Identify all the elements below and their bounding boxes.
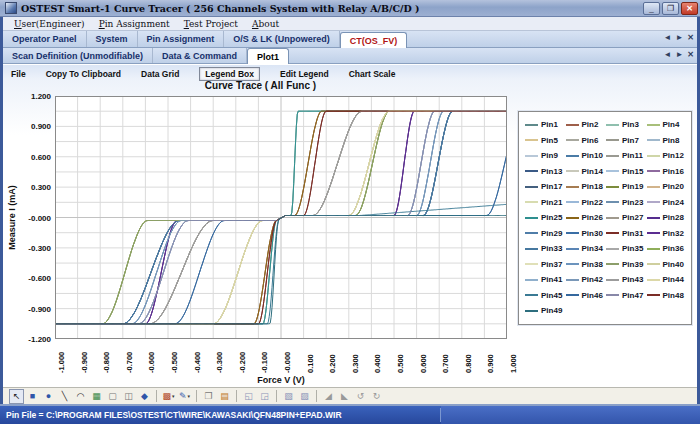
arc-tool-icon[interactable]: ◠: [73, 389, 88, 404]
polygon-tool-icon[interactable]: ◆: [137, 389, 152, 404]
tab-plot1[interactable]: Plot1: [247, 48, 289, 64]
x-tick-label: -0.200: [238, 343, 247, 373]
legend-swatch: [525, 248, 538, 250]
legend-box: Pin1Pin2Pin3Pin4Pin5Pin6Pin7Pin8Pin9Pin1…: [518, 111, 692, 325]
ungroup-button-icon[interactable]: ▨: [297, 389, 312, 404]
line-tool-icon[interactable]: ╲: [57, 389, 72, 404]
x-tick-label: -0.300: [215, 343, 224, 373]
tab-ct-os-fv[interactable]: CT(OS_FV): [340, 32, 408, 48]
tab-scan-definition-unmodifiable[interactable]: Scan Definition (Unmodifiable): [3, 48, 153, 63]
title-bar: OSTEST Smart-1 Curve Tracer ( 256 Channe…: [0, 0, 700, 17]
legend-label: Pin21: [541, 198, 562, 207]
legend-swatch: [566, 279, 579, 281]
scroll-right-icon[interactable]: ►: [675, 33, 683, 42]
legend-swatch: [525, 310, 538, 312]
window-controls: _❐✕: [643, 2, 698, 15]
toolbar-separator: [196, 390, 197, 402]
x-tick-label: -0.800: [102, 343, 111, 373]
select-tool-icon[interactable]: ↖: [9, 389, 24, 404]
legend-label: Pin40: [663, 260, 684, 269]
minimize-button[interactable]: _: [643, 2, 660, 15]
close-tab-icon[interactable]: ✕: [687, 33, 694, 42]
chart-scale-button[interactable]: Chart Scale: [349, 69, 396, 79]
rotate-left-button-icon[interactable]: ↺: [353, 389, 368, 404]
menu-item-about[interactable]: About: [245, 19, 286, 29]
edit-legend-button[interactable]: Edit Legend: [280, 69, 329, 79]
view-tabs: Scan Definition (Unmodifiable)Data & Com…: [3, 48, 697, 64]
legend-label: Pin6: [582, 136, 599, 145]
legend-item: Pin21: [525, 198, 566, 207]
legend-item: Pin14: [566, 167, 607, 176]
legend-label: Pin18: [582, 182, 603, 191]
legend-item: Pin42: [566, 275, 607, 284]
flip-vertical-button-icon[interactable]: ◣: [337, 389, 352, 404]
x-tick-label: 0.600: [419, 343, 428, 373]
rotate-right-button-icon[interactable]: ↻: [369, 389, 384, 404]
bring-to-front-button-icon[interactable]: ◱: [241, 389, 256, 404]
legend-label: Pin3: [622, 120, 639, 129]
menu-item-pin-assignment[interactable]: Pin Assignment: [92, 19, 177, 29]
tab-system[interactable]: System: [87, 31, 138, 47]
frame-tool-icon[interactable]: ▢: [105, 389, 120, 404]
legend-swatch: [525, 232, 538, 234]
y-tick-label: -0.000: [15, 214, 51, 223]
restore-button[interactable]: ❐: [662, 2, 679, 15]
legend-swatch: [525, 217, 538, 219]
copy-to-clipboard-button[interactable]: Copy To Clipboard: [46, 69, 121, 79]
paste-button-icon[interactable]: ▤: [217, 389, 232, 404]
tab-pin-assignment[interactable]: Pin Assignment: [138, 31, 225, 47]
legend-label: Pin43: [622, 275, 643, 284]
legend-label: Pin8: [663, 136, 680, 145]
legend-item: Pin37: [525, 260, 566, 269]
legend-box-button[interactable]: Legend Box: [199, 67, 260, 81]
menu-item-user-engineer[interactable]: User(Engineer): [7, 19, 92, 29]
x-tick-label: -0.700: [125, 343, 134, 373]
x-tick-label: 0.200: [328, 343, 337, 373]
legend-swatch: [566, 124, 579, 126]
legend-swatch: [606, 124, 619, 126]
scroll-left-icon[interactable]: ◄: [663, 50, 671, 59]
legend-swatch: [525, 279, 538, 281]
scroll-right-icon[interactable]: ►: [675, 50, 683, 59]
legend-swatch: [647, 155, 660, 157]
legend-label: Pin22: [582, 198, 603, 207]
module-tabs-nav: ◄►✕: [663, 33, 694, 42]
legend-item: Pin44: [647, 275, 688, 284]
legend-swatch: [566, 248, 579, 250]
toolbar-separator: [156, 390, 157, 402]
tab-o-s-lk-unpowered[interactable]: O/S & LK (Unpowered): [224, 31, 340, 47]
legend-item: Pin31: [606, 229, 647, 238]
ellipse-tool-icon[interactable]: ●: [41, 389, 56, 404]
legend-swatch: [606, 232, 619, 234]
copy-button-icon[interactable]: ❐: [201, 389, 216, 404]
flip-horizontal-button-icon[interactable]: ◢: [321, 389, 336, 404]
file-button[interactable]: File: [11, 69, 26, 79]
legend-item: Pin32: [647, 229, 688, 238]
legend-item: Pin16: [647, 167, 688, 176]
send-to-back-button-icon[interactable]: ◲: [257, 389, 272, 404]
callout-tool-icon[interactable]: ◫: [121, 389, 136, 404]
fill-color-tool-icon[interactable]: ▩▾: [161, 389, 176, 404]
tab-data-command[interactable]: Data & Command: [153, 48, 247, 63]
legend-label: Pin47: [622, 291, 643, 300]
rectangle-tool-icon[interactable]: ■: [25, 389, 40, 404]
line-style-tool-icon[interactable]: ✎▾: [177, 389, 192, 404]
legend-item: Pin48: [647, 291, 688, 300]
view-tabs-nav: ◄►✕: [663, 50, 694, 59]
menu-item-test-project[interactable]: Test Project: [177, 19, 245, 29]
group-button-icon[interactable]: ▧: [281, 389, 296, 404]
legend-label: Pin34: [582, 244, 603, 253]
legend-swatch: [606, 186, 619, 188]
scroll-left-icon[interactable]: ◄: [663, 33, 671, 42]
legend-swatch: [566, 155, 579, 157]
close-button[interactable]: ✕: [681, 2, 698, 15]
x-tick-label: -0.600: [147, 343, 156, 373]
tab-operator-panel[interactable]: Operator Panel: [3, 31, 87, 47]
legend-item: Pin7: [606, 136, 647, 145]
curve-plot[interactable]: [55, 96, 507, 339]
data-grid-button[interactable]: Data Grid: [141, 69, 179, 79]
legend-swatch: [606, 248, 619, 250]
image-tool-icon[interactable]: ▦: [89, 389, 104, 404]
legend-label: Pin24: [663, 198, 684, 207]
close-tab-icon[interactable]: ✕: [687, 50, 694, 59]
